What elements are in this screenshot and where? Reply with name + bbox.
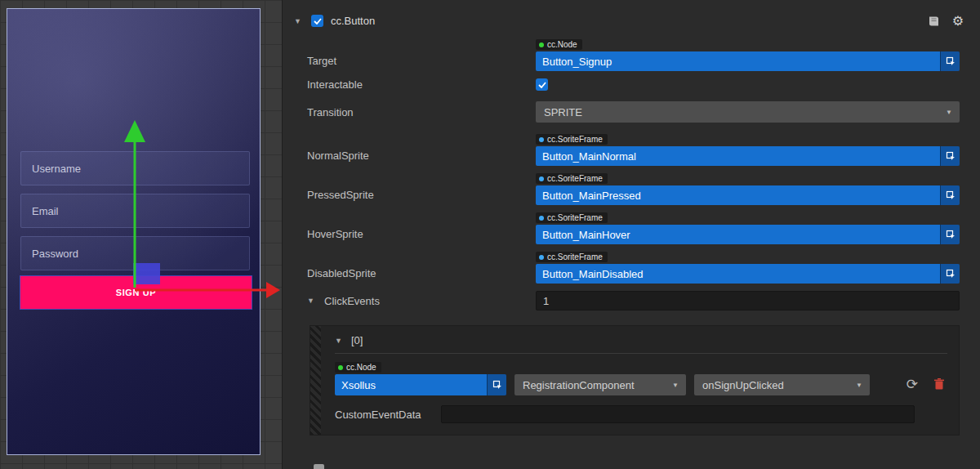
disabled-sprite-row: DisabledSprite cc.SoriteFrame Button_Mai…: [283, 252, 980, 284]
spriteframe-type-dot-icon: [539, 216, 544, 221]
gizmo-y-axis-arrowhead[interactable]: [124, 120, 145, 142]
event-node-type-tag: cc.Node: [335, 362, 381, 373]
normal-sprite-ref-field[interactable]: Button_MainNormal: [536, 146, 960, 166]
transform-gizmo: [0, 0, 282, 469]
spriteframe-type-dot-icon: [539, 255, 544, 260]
node-type-dot-icon: [338, 365, 343, 370]
component-header: ▼ cc.Button ⚙: [283, 0, 980, 31]
trash-icon[interactable]: [926, 378, 947, 395]
chevron-down-icon: ▼: [946, 109, 952, 116]
inspector-panel: ▼ cc.Button ⚙ Target cc.Node: [282, 0, 980, 469]
docs-icon[interactable]: [928, 16, 940, 27]
gear-icon[interactable]: ⚙: [952, 15, 964, 28]
click-events-count-input[interactable]: 1: [536, 291, 960, 310]
custom-event-data-label: CustomEventData: [335, 409, 431, 421]
node-type-dot-icon: [539, 42, 544, 47]
click-events-collapse-icon[interactable]: ▼: [307, 297, 317, 305]
event-handler-dropdown[interactable]: onSignUpClicked ▼: [694, 374, 870, 395]
target-type-tag: cc.Node: [536, 39, 582, 50]
pressed-sprite-type-tag: cc.SoriteFrame: [536, 173, 608, 184]
transition-dropdown[interactable]: SPRITE ▼: [536, 101, 960, 123]
scene-view: Username Email Password SIGN UP: [0, 0, 282, 469]
pressed-sprite-label: PressedSprite: [307, 189, 536, 205]
component-title: cc.Button: [331, 15, 375, 27]
click-event-0-panel: ▼ [0] cc.Node Xsollus: [310, 325, 960, 436]
click-events-row: ▼ ClickEvents 1: [283, 291, 980, 310]
gizmo-center-handle[interactable]: [133, 263, 160, 284]
spriteframe-type-dot-icon: [539, 137, 544, 142]
click-events-label-group: ▼ ClickEvents: [307, 295, 536, 307]
event-0-index: [0]: [351, 334, 363, 346]
event-0-collapse-icon[interactable]: ▼: [335, 337, 345, 345]
disabled-sprite-picker-icon[interactable]: [940, 264, 960, 284]
hover-sprite-row: HoverSprite cc.SoriteFrame Button_MainHo…: [283, 212, 980, 244]
component-enabled-checkbox[interactable]: [311, 15, 323, 27]
click-events-label: ClickEvents: [324, 295, 380, 307]
interactable-label: Interactable: [307, 78, 536, 91]
interactable-row: Interactable: [283, 78, 980, 91]
interactable-checkbox[interactable]: [536, 78, 548, 91]
property-rows: Target cc.Node Button_Signup I: [283, 31, 980, 436]
normal-sprite-row: NormalSprite cc.SoriteFrame Button_MainN…: [283, 134, 980, 166]
normal-sprite-type-tag: cc.SoriteFrame: [536, 134, 608, 145]
normal-sprite-picker-icon[interactable]: [940, 146, 960, 166]
next-component-checkbox-peek[interactable]: [314, 464, 324, 469]
event-component-dropdown[interactable]: RegistrationComponent ▼: [514, 374, 686, 395]
chevron-down-icon: ▼: [672, 382, 679, 389]
transition-row: Transition SPRITE ▼: [283, 101, 980, 123]
gizmo-x-axis-arrowhead[interactable]: [266, 282, 280, 298]
custom-event-data-row: CustomEventData: [335, 405, 947, 423]
spriteframe-type-dot-icon: [539, 176, 544, 181]
disabled-sprite-ref-field[interactable]: Button_MainDisabled: [536, 264, 960, 284]
hover-sprite-picker-icon[interactable]: [940, 225, 960, 244]
normal-sprite-label: NormalSprite: [307, 150, 536, 166]
event-0-target-row: cc.Node Xsollus RegistrationComponent ▼: [335, 362, 947, 395]
target-ref-field[interactable]: Button_Signup: [536, 51, 960, 71]
target-label: Target: [307, 55, 536, 71]
header-icons: ⚙: [928, 15, 964, 28]
event-node-ref-field[interactable]: Xsollus: [335, 374, 506, 395]
hover-sprite-ref-field[interactable]: Button_MainHover: [536, 225, 960, 244]
refresh-icon[interactable]: ⟳: [906, 376, 918, 395]
transition-label: Transition: [307, 106, 536, 118]
disabled-sprite-type-tag: cc.SoriteFrame: [536, 252, 608, 262]
event-node-picker-icon[interactable]: [487, 374, 506, 395]
chevron-down-icon: ▼: [856, 382, 862, 389]
event-0-header: ▼ [0]: [335, 334, 947, 354]
hover-sprite-type-tag: cc.SoriteFrame: [536, 212, 608, 223]
disabled-sprite-label: DisabledSprite: [307, 267, 536, 284]
target-picker-icon[interactable]: [940, 51, 960, 71]
collapse-arrow-icon[interactable]: ▼: [294, 17, 304, 25]
editor-window: Username Email Password SIGN UP ▼: [0, 0, 980, 469]
target-row: Target cc.Node Button_Signup: [283, 39, 980, 71]
pressed-sprite-ref-field[interactable]: Button_MainPressed: [536, 185, 960, 205]
pressed-sprite-row: PressedSprite cc.SoriteFrame Button_Main…: [283, 173, 980, 205]
hover-sprite-label: HoverSprite: [307, 228, 536, 244]
pressed-sprite-picker-icon[interactable]: [940, 185, 960, 205]
custom-event-data-input[interactable]: [441, 405, 915, 423]
